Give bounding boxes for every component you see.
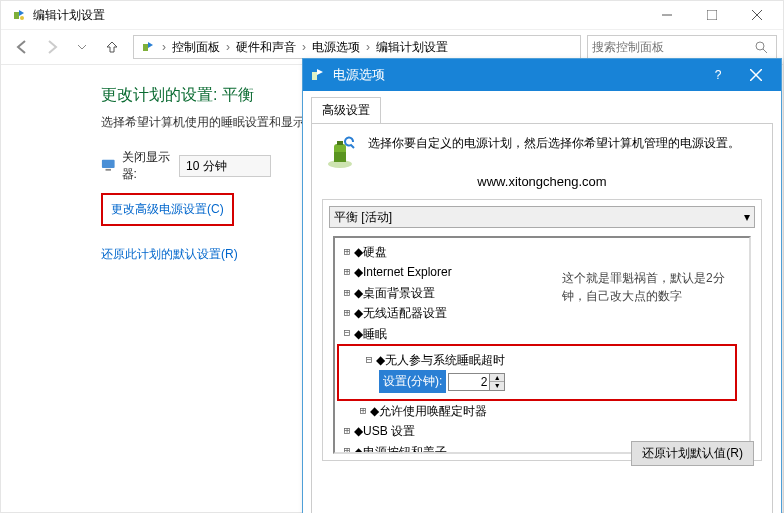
tree-sleep[interactable]: ⊟◆睡眠 — [341, 324, 743, 344]
dialog-titlebar: 电源选项 ? — [303, 59, 781, 91]
plan-group: 平衡 [活动] ▾ ⊞◆硬盘 ⊞◆Internet Explorer ⊞◆桌面背… — [322, 199, 762, 461]
svg-rect-9 — [102, 160, 115, 168]
tree-setting-row: 设置(分钟): ▲ ▼ — [363, 370, 731, 392]
crumb-hw[interactable]: 硬件和声音 — [232, 39, 300, 56]
spinner-up-icon[interactable]: ▲ — [490, 374, 504, 382]
breadcrumb-icon — [140, 39, 156, 55]
breadcrumb-sep: › — [160, 40, 168, 54]
power-options-dialog: 电源选项 ? 高级设置 选择你要自定义的电源计划，然后选择你希望计算机管理的电源… — [302, 58, 782, 513]
svg-line-8 — [763, 49, 767, 53]
dialog-url: www.xitongcheng.com — [322, 174, 762, 189]
titlebar: 编辑计划设置 — [1, 1, 783, 29]
display-off-label: 关闭显示器: — [122, 149, 179, 183]
dialog-help-button[interactable]: ? — [699, 59, 737, 91]
dialog-body: 高级设置 选择你要自定义的电源计划，然后选择你希望计算机管理的电源设置。 www… — [303, 91, 781, 513]
highlight-box-unattended: ⊟◆无人参与系统睡眠超时 设置(分钟): ▲ ▼ — [337, 344, 737, 401]
search-icon[interactable] — [754, 40, 768, 54]
annotation-text: 这个就是罪魁祸首，默认是2分钟，自己改大点的数字 — [562, 269, 742, 305]
svg-rect-11 — [312, 72, 317, 80]
window-title: 编辑计划设置 — [33, 7, 644, 24]
svg-rect-0 — [14, 12, 19, 19]
display-off-select[interactable]: 10 分钟 — [179, 155, 271, 177]
setting-value-input[interactable] — [449, 374, 489, 390]
monitor-icon — [101, 158, 116, 174]
tab-advanced[interactable]: 高级设置 — [311, 97, 381, 123]
svg-rect-3 — [707, 10, 717, 20]
up-button[interactable] — [97, 32, 127, 62]
forward-button[interactable] — [37, 32, 67, 62]
breadcrumb[interactable]: › 控制面板 › 硬件和声音 › 电源选项 › 编辑计划设置 — [133, 35, 581, 59]
crumb-power[interactable]: 电源选项 — [308, 39, 364, 56]
close-button[interactable] — [734, 1, 779, 29]
svg-rect-10 — [106, 169, 111, 171]
svg-point-7 — [756, 42, 764, 50]
spinner-down-icon[interactable]: ▼ — [490, 382, 504, 390]
plan-select[interactable]: 平衡 [活动] ▾ — [329, 206, 755, 228]
expander-minus-icon[interactable]: ⊟ — [341, 324, 353, 343]
back-button[interactable] — [7, 32, 37, 62]
crumb-edit[interactable]: 编辑计划设置 — [372, 39, 452, 56]
dropdown-arrow-icon: ▾ — [744, 210, 750, 224]
dialog-title: 电源选项 — [333, 66, 699, 84]
plan-select-value: 平衡 [活动] — [334, 209, 392, 226]
crumb-root[interactable]: 控制面板 — [168, 39, 224, 56]
advanced-power-link[interactable]: 更改高级电源设置(C) — [111, 201, 224, 218]
tab-content: 选择你要自定义的电源计划，然后选择你希望计算机管理的电源设置。 www.xito… — [311, 123, 773, 513]
minimize-button[interactable] — [644, 1, 689, 29]
search-box[interactable] — [587, 35, 777, 59]
restore-plan-defaults-button[interactable]: 还原计划默认值(R) — [631, 441, 754, 466]
tree-wake-timer[interactable]: ⊞◆允许使用唤醒定时器 — [341, 401, 743, 421]
tree-usb[interactable]: ⊞◆USB 设置 — [341, 421, 743, 441]
dialog-icon — [309, 66, 327, 84]
app-icon — [11, 7, 27, 23]
dialog-desc: 选择你要自定义的电源计划，然后选择你希望计算机管理的电源设置。 — [368, 134, 740, 152]
svg-rect-17 — [334, 152, 346, 162]
tree-unattended[interactable]: ⊟◆无人参与系统睡眠超时 — [363, 350, 731, 370]
tree-hdd[interactable]: ⊞◆硬盘 — [341, 242, 743, 262]
history-dropdown[interactable] — [67, 32, 97, 62]
tab-strip: 高级设置 — [311, 97, 773, 123]
svg-rect-16 — [337, 141, 343, 145]
dialog-close-button[interactable] — [737, 59, 775, 91]
tree-wireless[interactable]: ⊞◆无线适配器设置 — [341, 303, 743, 323]
svg-point-1 — [20, 16, 24, 20]
highlight-box-advanced: 更改高级电源设置(C) — [101, 193, 234, 226]
search-input[interactable] — [592, 40, 754, 54]
expander-plus-icon[interactable]: ⊞ — [341, 243, 353, 262]
setting-label: 设置(分钟): — [379, 370, 446, 392]
svg-rect-6 — [143, 44, 148, 51]
maximize-button[interactable] — [689, 1, 734, 29]
battery-icon — [322, 134, 358, 170]
setting-spinner[interactable]: ▲ ▼ — [448, 373, 505, 391]
